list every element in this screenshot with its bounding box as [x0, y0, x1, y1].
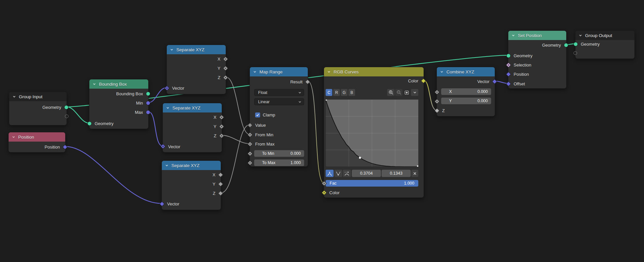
collapse-chevron-icon[interactable]	[253, 70, 257, 74]
max-output-socket[interactable]	[146, 110, 150, 114]
handle-auto-button[interactable]	[326, 170, 334, 177]
wire-z-to-frommax	[222, 135, 250, 144]
curve-tools-menu-button[interactable]	[411, 89, 418, 96]
x-value-field[interactable]: X 0.000	[441, 88, 491, 95]
geometry-input-socket[interactable]	[574, 42, 578, 46]
node-header[interactable]: Bounding Box	[89, 79, 148, 89]
node-combine-xyz[interactable]: Combine XYZ Vector X 0.000 Y 0.000 Z	[437, 67, 495, 116]
socket-row: Max	[89, 109, 148, 116]
check-icon	[256, 113, 259, 117]
virtual-output-socket[interactable]	[65, 114, 69, 118]
channel-tab-g[interactable]: G	[341, 89, 347, 96]
node-header[interactable]: Group Output	[575, 31, 634, 40]
channel-tab-b[interactable]: B	[348, 89, 355, 96]
node-title: Separate XYZ	[176, 47, 205, 52]
delete-point-button[interactable]	[411, 170, 418, 177]
socket-row: Geometry	[9, 104, 67, 111]
node-rgb-curves[interactable]: RGB Curves Color C R G B	[324, 67, 424, 198]
socket-row: From Min	[250, 131, 308, 138]
node-group-output[interactable]: Group Output Geometry	[575, 30, 635, 59]
to-min-field[interactable]: To Min 0.000	[254, 150, 304, 157]
input-label: Vector	[168, 144, 180, 149]
zoom-in-button[interactable]	[387, 89, 394, 96]
socket-row: Color	[324, 189, 424, 196]
output-label: Max	[135, 110, 143, 115]
handle-vector-button[interactable]	[334, 170, 342, 177]
output-label: Y	[217, 66, 220, 71]
node-header[interactable]: Combine XYZ	[437, 67, 495, 76]
collapse-chevron-icon[interactable]	[578, 33, 582, 37]
socket-row: Y	[167, 65, 226, 72]
collapse-chevron-icon[interactable]	[166, 106, 170, 110]
node-position[interactable]: Position Position	[8, 132, 66, 153]
channel-tab-c[interactable]: C	[326, 89, 332, 96]
node-header[interactable]: Position	[9, 132, 65, 142]
input-label: Position	[514, 72, 529, 77]
virtual-input-socket[interactable]	[574, 51, 577, 55]
node-header[interactable]: Set Position	[508, 31, 566, 40]
collapse-chevron-icon[interactable]	[511, 33, 515, 37]
node-title: Position	[18, 135, 34, 140]
input-label: Selection	[514, 63, 531, 67]
curve-point-selected[interactable]	[359, 157, 361, 159]
node-editor-canvas[interactable]: { "editor": {"type": "Geometry Node Edit…	[0, 0, 644, 262]
geometry-output-socket[interactable]	[564, 43, 568, 47]
dropdown-value: Float	[258, 90, 267, 95]
point-y-field[interactable]: 0.1343	[382, 170, 411, 177]
collapse-chevron-icon[interactable]	[12, 135, 16, 139]
node-header[interactable]: Separate XYZ	[162, 161, 221, 170]
curve-point-end[interactable]	[417, 165, 418, 167]
node-header[interactable]: Map Range	[250, 67, 308, 76]
field-value: 0.000	[478, 99, 488, 103]
node-header[interactable]: Separate XYZ	[167, 45, 226, 54]
socket-row: Selection	[508, 61, 566, 68]
node-separate-xyz-a[interactable]: Separate XYZ X Y Z Vector	[166, 45, 226, 94]
node-set-position[interactable]: Set Position Geometry Geometry Selection…	[508, 30, 567, 89]
socket-row: Value	[250, 121, 308, 129]
clamp-label: Clamp	[263, 112, 275, 117]
collapse-chevron-icon[interactable]	[440, 70, 444, 74]
collapse-chevron-icon[interactable]	[327, 70, 331, 74]
zoom-out-button[interactable]	[395, 89, 402, 96]
input-label: Vector	[172, 86, 184, 91]
node-bounding-box[interactable]: Bounding Box Bounding Box Min Max Geomet…	[89, 79, 149, 129]
geometry-input-socket[interactable]	[506, 54, 511, 58]
socket-row: Geometry	[508, 52, 566, 59]
y-value-field[interactable]: Y 0.000	[441, 98, 491, 104]
node-separate-xyz-b[interactable]: Separate XYZ X Y Z Vector	[162, 103, 222, 153]
curve-point-start[interactable]	[326, 100, 327, 101]
min-output-socket[interactable]	[146, 101, 150, 105]
data-type-dropdown[interactable]: Float	[254, 89, 304, 96]
collapse-chevron-icon[interactable]	[165, 163, 169, 167]
point-x-field[interactable]: 0.3704	[352, 170, 381, 177]
socket-row: Vector	[437, 78, 495, 85]
node-header[interactable]: RGB Curves	[324, 67, 424, 76]
to-max-field[interactable]: To Max 1.000	[254, 159, 304, 166]
node-header[interactable]: Separate XYZ	[163, 103, 222, 112]
socket-row: Geometry	[508, 41, 566, 49]
output-label: Y	[213, 124, 216, 129]
node-title: Map Range	[259, 69, 283, 74]
clipping-options-button[interactable]	[403, 89, 410, 96]
node-map-range[interactable]: Map Range Result Float Linear Clamp Valu…	[250, 67, 308, 167]
node-separate-xyz-c[interactable]: Separate XYZ X Y Z Vector	[161, 160, 221, 210]
geometry-input-socket[interactable]	[87, 121, 92, 126]
collapse-chevron-icon[interactable]	[12, 95, 16, 99]
collapse-chevron-icon[interactable]	[92, 82, 96, 86]
node-group-input[interactable]: Group Input Geometry	[9, 92, 67, 125]
clamp-checkbox[interactable]	[255, 112, 260, 117]
interpolation-dropdown[interactable]: Linear	[254, 98, 304, 105]
curve-editor-widget[interactable]	[326, 100, 418, 167]
output-label: Geometry	[42, 105, 61, 110]
output-label: Min	[136, 101, 143, 106]
collapse-chevron-icon[interactable]	[170, 48, 174, 52]
node-header[interactable]: Group Input	[9, 92, 67, 101]
fac-slider[interactable]: Fac 1.000	[326, 180, 418, 187]
input-label: Geometry	[514, 53, 532, 58]
handle-auto-clamped-button[interactable]	[343, 170, 351, 177]
handle-auto-clamped-icon	[344, 171, 349, 176]
boundingbox-output-socket[interactable]	[146, 92, 150, 96]
channel-tab-r[interactable]: R	[333, 89, 340, 96]
fac-label: Fac	[330, 181, 337, 186]
geometry-output-socket[interactable]	[64, 105, 69, 109]
